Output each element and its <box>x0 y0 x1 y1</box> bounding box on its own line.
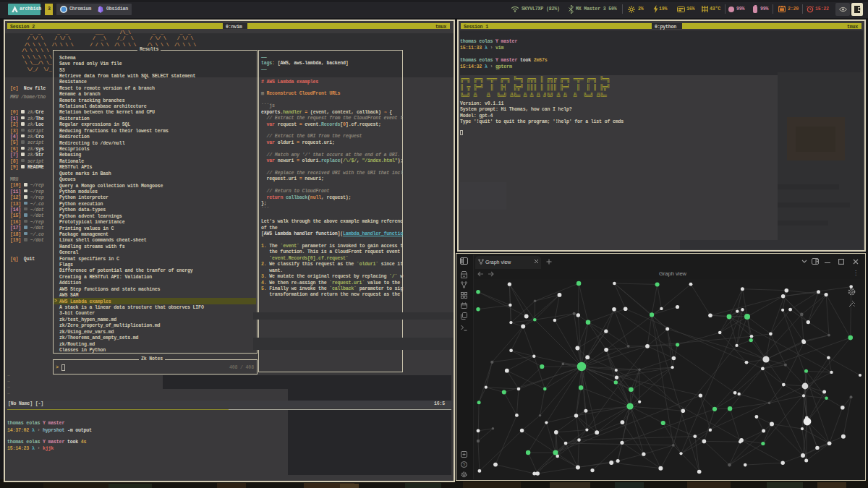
svg-text:?: ? <box>463 463 466 467</box>
